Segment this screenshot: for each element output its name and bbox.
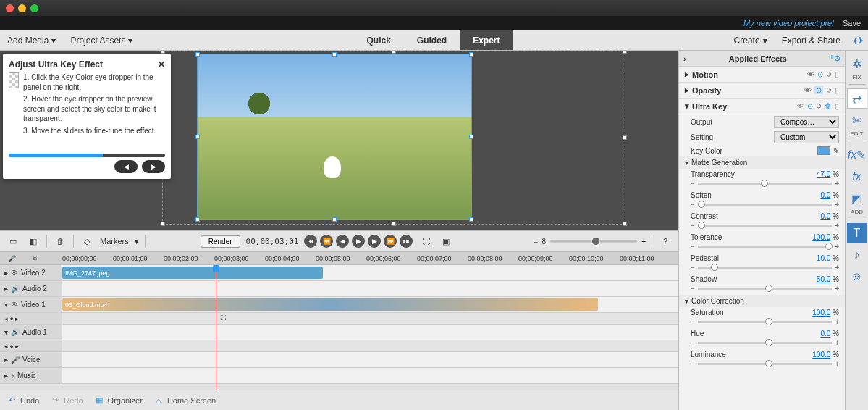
safe-margins-icon[interactable]: ▣: [439, 234, 453, 248]
bottom-bar: ↶Undo ↷Redo ▦Organizer ⌂Home Screen: [0, 390, 678, 410]
help-icon[interactable]: ?: [658, 234, 673, 248]
menubar: Add Media▾ Project Assets▾ Quick Guided …: [0, 30, 868, 51]
tool-b-icon[interactable]: ◧: [26, 234, 41, 248]
undo-button[interactable]: ↶Undo: [6, 395, 39, 406]
setting-select[interactable]: Custom: [774, 131, 839, 143]
trash-icon[interactable]: ▯: [835, 70, 839, 78]
clip-video[interactable]: 03_Cloud.mp4: [62, 298, 598, 311]
create-menu[interactable]: Create▾: [727, 30, 775, 50]
reset-icon[interactable]: ↺: [826, 70, 832, 78]
guided-hint-panel: Adjust Ultra Key Effect✕ 1. Click the Ke…: [3, 54, 171, 179]
trash-icon[interactable]: 🗑: [53, 234, 67, 248]
hint-step3: 3. Move the sliders to fine-tune the eff…: [23, 126, 165, 136]
minimize-window-icon[interactable]: [18, 4, 26, 12]
shadow-slider[interactable]: [698, 288, 832, 290]
frame-fwd-icon[interactable]: ▶: [368, 235, 381, 248]
hue-slider[interactable]: [698, 342, 832, 344]
play-icon[interactable]: ▶: [352, 235, 365, 248]
zoom-in-icon[interactable]: +: [641, 238, 646, 246]
fullscreen-icon[interactable]: ⛶: [418, 234, 433, 248]
clip-image[interactable]: IMG_2747.jpeg: [62, 267, 323, 279]
home-screen-button[interactable]: ⌂Home Screen: [153, 395, 216, 406]
applied-effects-panel: ›Applied Effects⁺⊙ ▸Motion👁⊙↺▯ ▸Opacity👁…: [678, 51, 845, 410]
save-button[interactable]: Save: [843, 19, 861, 28]
transparency-slider[interactable]: [698, 183, 832, 185]
markers-label: Markers: [100, 237, 129, 246]
redo-button[interactable]: ↷Redo: [49, 395, 83, 406]
hint-step1: 1. Click the Key Color eye dropper in th…: [23, 72, 165, 92]
fx-marker-icon[interactable]: fx✎: [847, 145, 867, 165]
step-fwd-icon[interactable]: ⏩: [384, 235, 397, 248]
saturation-slider[interactable]: [698, 321, 832, 323]
keyframe-icon[interactable]: ⊙: [817, 70, 823, 78]
pedestal-slider[interactable]: [698, 267, 832, 269]
hint-title: Adjust Ultra Key Effect: [9, 59, 103, 70]
settings-icon[interactable]: [848, 35, 868, 46]
hint-thumbnail: [9, 72, 19, 88]
zoom-slider[interactable]: [550, 240, 637, 243]
zoom-out-icon[interactable]: –: [534, 238, 538, 246]
maximize-window-icon[interactable]: [30, 4, 38, 12]
soften-slider[interactable]: [698, 204, 832, 206]
timeline-ruler[interactable]: 🎤 ≋ 00;00;00;0000;00;01;00 00;00;02;0000…: [0, 252, 678, 265]
stage: Adjust Ultra Key Effect✕ 1. Click the Ke…: [0, 51, 678, 230]
playback-controls: ⏮ ⏪ ◀ ▶ ▶ ⏩ ⏭: [304, 235, 413, 248]
render-button[interactable]: Render: [201, 235, 240, 248]
mode-expert[interactable]: Expert: [460, 30, 513, 50]
hint-step2: 2. Hover the eye dropper on the preview …: [23, 94, 165, 124]
goto-end-icon[interactable]: ⏭: [400, 235, 413, 248]
close-window-icon[interactable]: [6, 4, 14, 12]
fx-icon[interactable]: fx: [847, 167, 867, 187]
fix-tab[interactable]: ✲: [847, 54, 867, 74]
luminance-slider[interactable]: [698, 363, 832, 365]
marker-icon[interactable]: ◇: [80, 234, 94, 248]
organizer-button[interactable]: ▦Organizer: [93, 395, 143, 406]
tool-a-icon[interactable]: ▭: [6, 234, 20, 248]
step-back-icon[interactable]: ⏪: [320, 235, 333, 248]
audio-mix-icon[interactable]: ≋: [28, 251, 42, 266]
timeline-toolbar: ▭ ◧ 🗑 ◇ Markers▾ Render 00;00;03;01 ⏮ ⏪ …: [0, 230, 678, 252]
eye-icon[interactable]: 👁: [807, 70, 814, 78]
close-icon[interactable]: ✕: [158, 59, 165, 70]
preview-monitor[interactable]: [197, 54, 671, 223]
project-file-bar: My new video project.prel Save: [0, 16, 868, 30]
color-correction-group[interactable]: ▾Color Correction: [679, 295, 845, 307]
mode-guided[interactable]: Guided: [404, 30, 460, 50]
key-color-swatch[interactable]: [817, 146, 830, 155]
narration-icon[interactable]: 🎤: [4, 251, 19, 266]
project-assets-menu[interactable]: Project Assets▾: [63, 30, 140, 50]
titlebar: [0, 0, 868, 16]
add-media-menu[interactable]: Add Media▾: [0, 30, 63, 50]
graphics-icon[interactable]: ☺: [847, 267, 867, 287]
adjustments-icon[interactable]: ⇄: [847, 88, 867, 109]
right-tool-rail: ✲ FIX ⇄ ✄ EDIT fx✎ fx ◩ ADD T ♪ ☺: [845, 51, 868, 410]
matte-group[interactable]: ▾Matte Generation: [679, 156, 845, 169]
transitions-icon[interactable]: ◩: [847, 188, 867, 209]
goto-start-icon[interactable]: ⏮: [304, 235, 317, 248]
output-select[interactable]: Compos…: [774, 116, 839, 128]
tolerance-slider[interactable]: [698, 246, 832, 248]
delete-effect-icon[interactable]: 🗑: [825, 102, 832, 110]
project-filename: My new video project.prel: [743, 19, 834, 28]
contrast-slider[interactable]: [698, 225, 832, 227]
timecode[interactable]: 00;00;03;01: [246, 237, 299, 246]
export-share-button[interactable]: Export & Share: [775, 30, 848, 50]
hint-next-button[interactable]: ▶: [142, 160, 165, 173]
titles-icon[interactable]: T: [847, 223, 867, 243]
frame-back-icon[interactable]: ◀: [336, 235, 349, 248]
timeline-tracks[interactable]: ▸👁Video 2 IMG_2747.jpeg ▸🔊Audio 2 ▾👁Vide…: [0, 265, 678, 390]
tools-icon[interactable]: ✄: [847, 110, 867, 130]
hint-prev-button[interactable]: ◀: [114, 160, 138, 173]
eyedropper-icon[interactable]: ✎: [833, 147, 839, 155]
panel-title: Applied Effects: [729, 54, 787, 63]
music-icon[interactable]: ♪: [847, 245, 867, 265]
mode-quick[interactable]: Quick: [353, 30, 403, 50]
pin-icon[interactable]: ⁺⊙: [830, 54, 840, 63]
hint-progress: [9, 154, 165, 157]
